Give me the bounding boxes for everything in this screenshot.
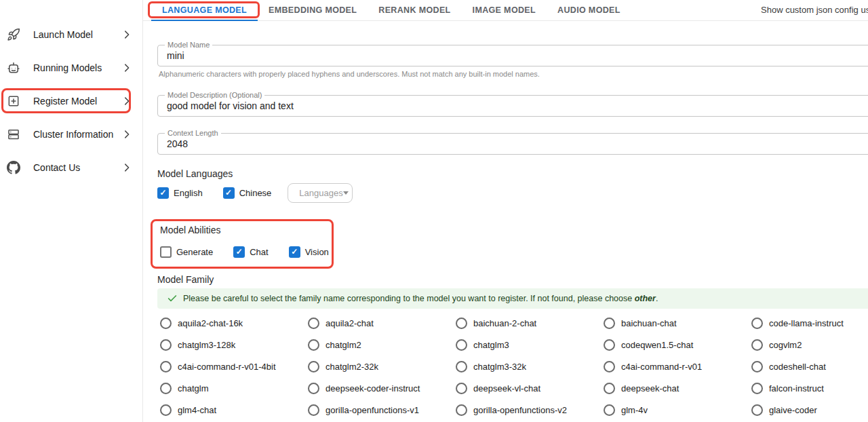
chevron-right-icon (121, 161, 133, 174)
radio-icon[interactable] (604, 361, 615, 372)
radio-label: glaive-coder (769, 405, 817, 415)
radio-icon[interactable] (751, 404, 763, 416)
radio-icon[interactable] (456, 383, 467, 394)
radio-icon[interactable] (308, 404, 319, 416)
radio-codeshell-chat[interactable]: codeshell-chat (749, 356, 868, 377)
radio-chatglm[interactable]: chatglm (157, 377, 305, 399)
radio-icon[interactable] (456, 404, 467, 416)
annotation-box-language-model-tab (148, 1, 260, 18)
tab-image-model[interactable]: IMAGE MODEL (462, 0, 547, 20)
radio-gorilla-openfunctions-v1[interactable]: gorilla-openfunctions-v1 (305, 399, 453, 421)
radio-icon[interactable] (160, 339, 172, 351)
context-length-input[interactable]: 2048 (158, 134, 868, 154)
radio-label: chatglm (178, 383, 209, 394)
radio-icon[interactable] (751, 339, 763, 351)
checkbox-label: Vision (305, 247, 329, 257)
radio-cogvlm2[interactable]: cogvlm2 (749, 334, 868, 356)
radio-label: deepseek-chat (621, 383, 679, 394)
radio-icon[interactable] (604, 339, 615, 351)
context-length-field[interactable]: Context Length 2048 (157, 133, 868, 155)
radio-icon[interactable] (751, 383, 763, 394)
radio-glm4-chat[interactable]: glm4-chat (157, 399, 305, 421)
languages-select-placeholder: Languages (299, 188, 342, 198)
radio-c4ai-command-r-v01[interactable]: c4ai-command-r-v01 (601, 356, 749, 377)
language-checkbox-chinese[interactable]: Chinese (223, 187, 272, 199)
radio-deepseek-chat[interactable]: deepseek-chat (601, 377, 749, 399)
languages-select[interactable]: Languages (288, 183, 353, 203)
sidebar-item-register-model[interactable]: Register Model (0, 84, 142, 117)
radio-falcon-instruct[interactable]: falcon-instruct (749, 377, 868, 399)
radio-glm-4v[interactable]: glm-4v (601, 399, 749, 421)
radio-codeqwen1-5-chat[interactable]: codeqwen1.5-chat (601, 334, 749, 356)
radio-icon[interactable] (604, 318, 615, 329)
radio-icon[interactable] (456, 318, 467, 329)
radio-chatglm2-32k[interactable]: chatglm2-32k (305, 356, 453, 377)
radio-label: c4ai-command-r-v01 (621, 362, 702, 372)
sidebar-item-label: Running Models (33, 62, 121, 73)
radio-c4ai-command-r-v01-4bit[interactable]: c4ai-command-r-v01-4bit (157, 356, 305, 377)
radio-chatglm3-32k[interactable]: chatglm3-32k (453, 356, 601, 377)
radio-deepseek-vl-chat[interactable]: deepseek-vl-chat (453, 377, 601, 399)
sidebar-item-launch-model[interactable]: Launch Model (0, 18, 142, 51)
radio-label: chatglm2 (326, 340, 361, 350)
model-family-notice-banner: Please be careful to select the family n… (157, 288, 868, 309)
model-type-tabs: LANGUAGE MODELEMBEDDING MODELRERANK MODE… (151, 0, 631, 20)
radio-icon[interactable] (751, 318, 763, 329)
tab-audio-model[interactable]: AUDIO MODEL (547, 0, 631, 20)
radio-icon[interactable] (604, 404, 615, 416)
radio-baichuan-chat[interactable]: baichuan-chat (601, 312, 749, 334)
check-icon (167, 293, 178, 304)
ability-checkbox-generate[interactable]: Generate (160, 246, 213, 258)
radio-label: cogvlm2 (769, 340, 802, 350)
radio-gorilla-openfunctions-v2[interactable]: gorilla-openfunctions-v2 (453, 399, 601, 421)
radio-deepseek-coder-instruct[interactable]: deepseek-coder-instruct (305, 377, 453, 399)
radio-label: baichuan-2-chat (473, 318, 536, 328)
radio-code-llama-instruct[interactable]: code-llama-instruct (749, 312, 868, 334)
radio-icon[interactable] (160, 361, 172, 372)
radio-icon[interactable] (308, 339, 319, 351)
radio-icon[interactable] (160, 383, 172, 394)
radio-icon[interactable] (456, 361, 467, 372)
radio-icon[interactable] (308, 361, 319, 372)
radio-aquila2-chat-16k[interactable]: aquila2-chat-16k (157, 312, 305, 334)
tab-embedding-model[interactable]: EMBEDDING MODEL (258, 0, 368, 20)
model-abilities-heading: Model Abilities (160, 225, 332, 236)
radio-label: code-llama-instruct (769, 318, 844, 328)
checkbox-icon[interactable] (157, 187, 169, 199)
sidebar-item-contact-us[interactable]: Contact Us (0, 151, 142, 184)
chevron-right-icon (121, 28, 133, 41)
radio-chatglm3-128k[interactable]: chatglm3-128k (157, 334, 305, 356)
model-name-field[interactable]: Model Name mini (157, 45, 868, 66)
sidebar-item-running-models[interactable]: Running Models (0, 51, 142, 84)
tab-rerank-model[interactable]: RERANK MODEL (368, 0, 461, 20)
ability-checkbox-vision[interactable]: Vision (289, 246, 329, 258)
radio-chatglm2[interactable]: chatglm2 (305, 334, 453, 356)
checkbox-icon[interactable] (233, 246, 245, 258)
tab-language-model[interactable]: LANGUAGE MODEL (151, 0, 258, 20)
ability-checkbox-chat[interactable]: Chat (233, 246, 268, 258)
radio-label: codeqwen1.5-chat (621, 340, 693, 350)
radio-icon[interactable] (160, 404, 172, 416)
radio-label: glm4-chat (178, 405, 216, 415)
checkbox-icon[interactable] (160, 246, 172, 258)
radio-icon[interactable] (456, 339, 467, 351)
radio-baichuan-2-chat[interactable]: baichuan-2-chat (453, 312, 601, 334)
radio-chatglm3[interactable]: chatglm3 (453, 334, 601, 356)
model-name-input[interactable]: mini (158, 45, 868, 66)
radio-icon[interactable] (308, 318, 319, 329)
sidebar-item-cluster-information[interactable]: Cluster Information (0, 117, 142, 151)
checkbox-icon[interactable] (289, 246, 300, 258)
radio-aquila2-chat[interactable]: aquila2-chat (305, 312, 453, 334)
sidebar-item-label: Register Model (33, 96, 121, 107)
checkbox-icon[interactable] (223, 187, 235, 199)
checkbox-label: Chinese (239, 188, 272, 198)
radio-icon[interactable] (160, 318, 172, 329)
radio-icon[interactable] (604, 383, 615, 394)
radio-icon[interactable] (751, 361, 763, 372)
model-description-field[interactable]: Model Description (Optional) good model … (157, 95, 868, 117)
radio-glaive-coder[interactable]: glaive-coder (749, 399, 868, 421)
model-abilities-row: Generate Chat Vision (160, 242, 332, 262)
radio-icon[interactable] (308, 383, 319, 394)
language-checkbox-english[interactable]: English (157, 187, 203, 199)
show-json-config-toggle[interactable]: Show custom json config used b (761, 5, 868, 15)
